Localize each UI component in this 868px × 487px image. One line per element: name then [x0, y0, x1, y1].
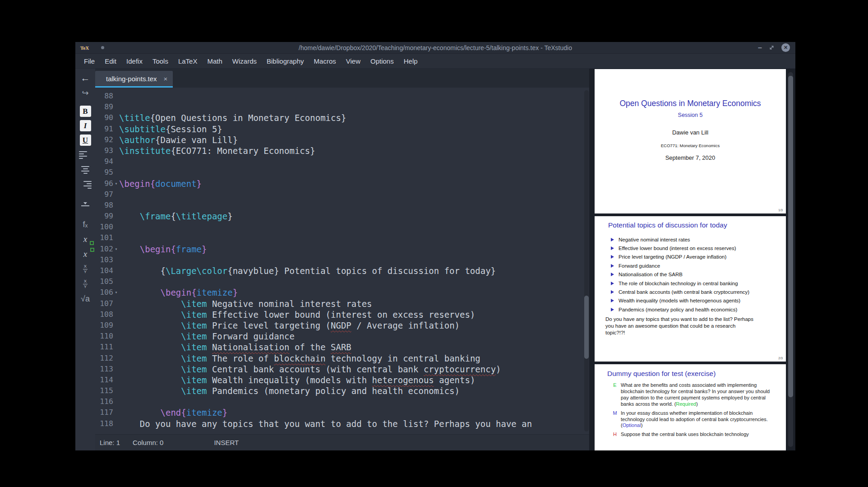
code-line[interactable]: 97 [95, 189, 589, 200]
menu-item-math[interactable]: Math [202, 57, 227, 65]
align-right-button[interactable] [79, 179, 92, 190]
bullet-triangle-icon [611, 255, 614, 259]
pdf-page-1[interactable]: Open Questions in Monetary EconomicsSess… [595, 69, 786, 213]
bullet-triangle-icon [611, 299, 614, 302]
menu-item-macros[interactable]: Macros [309, 57, 341, 65]
sqrt-button[interactable]: √a [79, 293, 92, 305]
code-line[interactable]: 113 \item Central bank accounts (with ce… [95, 364, 589, 375]
pdf-page-3[interactable]: Dummy question for test (exercise)EWhat … [595, 364, 786, 450]
fold-marker-icon[interactable]: ▾ [113, 244, 119, 255]
code-line[interactable]: 94 [95, 156, 589, 167]
tab-close-icon[interactable]: × [164, 75, 168, 83]
menu-item-tools[interactable]: Tools [148, 57, 173, 65]
menu-item-edit[interactable]: Edit [100, 57, 121, 65]
code-line[interactable]: 98 [95, 200, 589, 211]
code-token: document [155, 179, 197, 189]
down-triangle [83, 202, 87, 204]
menu-item-help[interactable]: Help [399, 57, 423, 65]
editor-scrollbar[interactable] [584, 90, 589, 431]
minimize-button[interactable]: – [758, 44, 762, 52]
code-line[interactable]: 96▾\begin{document} [95, 178, 589, 189]
preview-scrollbar-thumb[interactable] [788, 76, 793, 397]
code-line[interactable]: 88 [95, 91, 589, 102]
line-number: 100 [95, 222, 113, 232]
code-line[interactable]: 116 [95, 396, 589, 407]
code-token [119, 288, 161, 297]
code-line[interactable]: 100 [95, 222, 589, 232]
code-line[interactable]: 117 \end{itemize} [95, 407, 589, 418]
menu-item-options[interactable]: Options [365, 57, 399, 65]
menu-item-latex[interactable]: LaTeX [173, 57, 203, 65]
code-line[interactable]: 104 {\Large\color{navyblue} Potential to… [95, 265, 589, 276]
code-token: frame [176, 244, 202, 254]
function-button[interactable]: fₓ [79, 218, 92, 230]
undo-arrow-icon[interactable]: ← [79, 72, 92, 84]
code-line[interactable]: 108 \item Effective lower bound (interes… [95, 309, 589, 320]
code-token: \item [181, 310, 207, 320]
align-left-button[interactable] [79, 149, 92, 161]
code-editor[interactable]: 888990\title{Open Questions in Monetary … [95, 88, 589, 434]
redo-arrow-icon[interactable]: ↪ [79, 87, 92, 99]
fold-gutter [113, 222, 119, 232]
line-number: 106 [95, 287, 113, 298]
superscript-button[interactable]: x [79, 248, 92, 260]
slide-note: Do you have any topics that you want to … [605, 316, 754, 337]
code-line[interactable]: 111 \item Nationalisation of the SARB [95, 342, 589, 352]
exercise-marker: E [611, 382, 619, 408]
code-line[interactable]: 102▾ \begin{frame} [95, 244, 589, 255]
menu-item-file[interactable]: File [79, 57, 100, 65]
menu-item-bibliography[interactable]: Bibliography [262, 57, 309, 65]
menu-item-idefix[interactable]: Idefix [121, 57, 148, 65]
italic-button[interactable]: I [80, 120, 91, 131]
preview-scrollbar[interactable] [788, 72, 793, 447]
editor-lines: 888990\title{Open Questions in Monetary … [95, 91, 589, 429]
close-button[interactable]: ✕ [781, 43, 790, 52]
tab-talking-points[interactable]: talking-points.tex × [95, 71, 173, 88]
code-line[interactable]: 103 [95, 255, 589, 265]
insert-line-button[interactable] [79, 198, 92, 210]
underline-button[interactable]: U [80, 135, 91, 146]
restore-button[interactable] [769, 45, 775, 51]
code-line[interactable]: 109 \item Price level targeting (NGDP / … [95, 320, 589, 331]
editor-scrollbar-thumb[interactable] [584, 296, 589, 359]
code-text: {\Large\color{navyblue} Potential topics… [119, 265, 496, 276]
subscript-button[interactable]: x [79, 233, 92, 245]
fraction-button[interactable]: XY [79, 263, 92, 275]
line-number: 118 [95, 418, 113, 429]
code-token: blockchain [274, 353, 325, 363]
code-token [119, 331, 181, 341]
fold-marker-icon[interactable]: ▾ [113, 178, 119, 189]
exercise-item: EWhat are the benefits and costs associa… [607, 382, 780, 408]
menu-item-wizards[interactable]: Wizards [227, 57, 262, 65]
pdf-preview-panel[interactable]: Open Questions in Monetary EconomicsSess… [589, 69, 795, 450]
code-line[interactable]: 112 \item The role of blockchain technol… [95, 353, 589, 364]
code-line[interactable]: 93\institute{ECO771: Monetary Economics} [95, 145, 589, 156]
code-line[interactable]: 89 [95, 102, 589, 112]
bold-button[interactable]: B [80, 106, 91, 117]
code-line[interactable]: 101 [95, 232, 589, 243]
bullet-triangle-icon [611, 273, 614, 276]
titlebar[interactable]: TeX /home/dawie/Dropbox/2020/Teaching/mo… [75, 42, 795, 54]
code-line[interactable]: 114 \item Wealth inequality (models with… [95, 375, 589, 385]
code-line[interactable]: 90\title{Open Questions in Monetary Econ… [95, 112, 589, 123]
code-line[interactable]: 91\subtitle{Session 5} [95, 124, 589, 135]
pdf-page-2[interactable]: Potential topics of discussion for today… [595, 216, 786, 362]
code-token: { [119, 266, 166, 276]
code-line[interactable]: 105 [95, 276, 589, 287]
code-line[interactable]: 115 \item Pandemics (monetary policy and… [95, 385, 589, 396]
code-line[interactable]: 118 Do you have any topics that you want… [95, 418, 589, 429]
fraction-alt-button[interactable]: XY [79, 278, 92, 290]
menu-item-view[interactable]: View [341, 57, 365, 65]
slide-title: Potential topics of discussion for today [608, 221, 727, 229]
fold-gutter [113, 309, 119, 320]
code-line[interactable]: 99 \frame{\titlepage} [95, 211, 589, 222]
code-line[interactable]: 92\author{Dawie van Lill} [95, 135, 589, 145]
code-token: {Session 5} [166, 124, 222, 134]
code-line[interactable]: 107 \item Negative nominal interest rate… [95, 298, 589, 309]
align-center-button[interactable] [79, 164, 92, 176]
line-number: 92 [95, 135, 113, 145]
code-line[interactable]: 106▾ \begin{itemize} [95, 287, 589, 298]
code-line[interactable]: 110 \item Forward guidance [95, 331, 589, 342]
code-line[interactable]: 95 [95, 167, 589, 178]
fold-marker-icon[interactable]: ▾ [113, 287, 119, 298]
